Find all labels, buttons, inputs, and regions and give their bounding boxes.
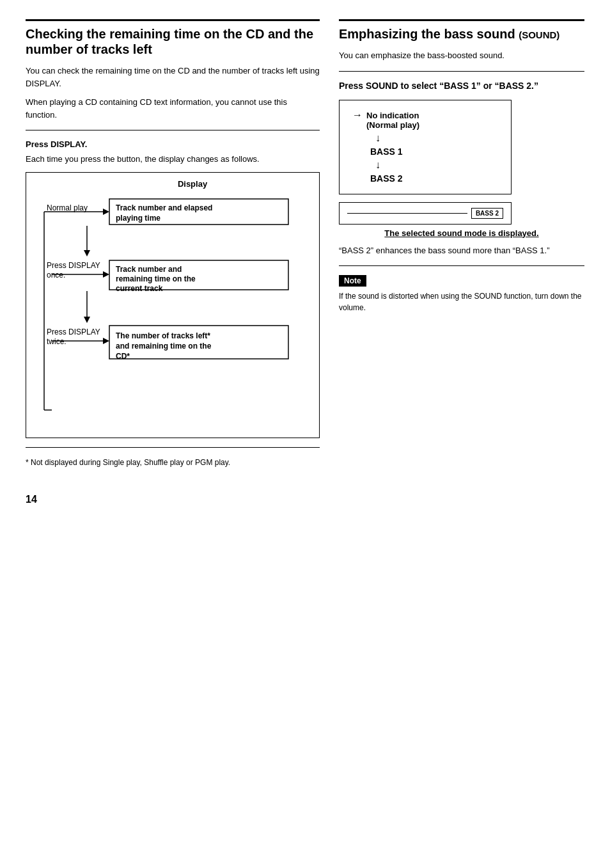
down-arrow-1-icon: ↓ <box>375 132 498 144</box>
svg-text:Press DISPLAY: Press DISPLAY <box>47 327 100 336</box>
right-divider-2 <box>339 265 584 266</box>
svg-text:remaining time on the: remaining time on the <box>116 274 196 283</box>
bass-row-noindication: → No indication (Normal play) <box>352 111 498 130</box>
display-col-header: Display <box>135 179 250 189</box>
svg-text:Press DISPLAY: Press DISPLAY <box>47 261 100 270</box>
svg-text:Track number and elapsed: Track number and elapsed <box>116 203 212 212</box>
note-label: Note <box>339 275 366 287</box>
note-text: If the sound is distorted when using the… <box>339 290 584 313</box>
footnote: * Not displayed during Single play, Shuf… <box>26 457 320 468</box>
svg-text:Track number and: Track number and <box>116 265 182 274</box>
svg-text:Normal play: Normal play <box>47 203 88 212</box>
two-column-layout: Checking the remaining time on the CD an… <box>26 19 584 849</box>
svg-text:twice.: twice. <box>47 337 66 346</box>
page-number: 14 <box>26 494 320 505</box>
bass-display-inner: BASS 2 <box>347 208 503 219</box>
svg-text:playing time: playing time <box>116 214 160 223</box>
bass-display-outer-box: BASS 2 <box>339 202 512 225</box>
svg-marker-14 <box>103 271 109 278</box>
left-column: Checking the remaining time on the CD an… <box>26 19 320 849</box>
press-display-desc: Each time you press the button, the disp… <box>26 153 320 166</box>
normal-play-label: (Normal play) <box>366 120 419 130</box>
svg-marker-4 <box>103 209 109 215</box>
right-column: Emphasizing the bass sound (SOUND) You c… <box>339 19 584 849</box>
right-divider-1 <box>339 71 584 72</box>
bass2-display-box: BASS 2 <box>471 208 503 219</box>
note-section: Note If the sound is distorted when usin… <box>339 275 584 313</box>
svg-marker-10 <box>84 250 90 256</box>
diagram-svg: Track number and elapsed playing time No… <box>33 193 301 429</box>
right-section-title: Emphasizing the bass sound (SOUND) <box>339 19 584 42</box>
svg-text:current track: current track <box>116 284 163 293</box>
selected-sound-label: The selected sound mode is displayed. <box>339 228 584 238</box>
page: Checking the remaining time on the CD an… <box>0 0 610 868</box>
bass2-label: BASS 2 <box>370 173 498 184</box>
display-diagram: Display Track num <box>26 172 320 438</box>
bass1-label: BASS 1 <box>370 146 498 157</box>
bass-display-area: BASS 2 <box>339 202 512 225</box>
arrow-right-icon: → <box>352 109 363 121</box>
divider-1 <box>26 130 320 130</box>
press-sound-label: Press SOUND to select “BASS 1” or “BASS … <box>339 81 584 91</box>
svg-text:CD*: CD* <box>116 352 130 361</box>
svg-text:The number of tracks left*: The number of tracks left* <box>116 331 210 340</box>
pointer-line <box>347 213 467 214</box>
divider-2 <box>26 447 320 448</box>
down-arrow-2-icon: ↓ <box>375 159 498 171</box>
bass2-desc: “BASS 2” enhances the bass sound more th… <box>339 244 584 257</box>
svg-text:once.: once. <box>47 271 65 280</box>
no-indication-label: No indication <box>366 111 419 120</box>
left-section-title: Checking the remaining time on the CD an… <box>26 19 320 57</box>
left-intro2: When playing a CD containing CD text inf… <box>26 96 320 121</box>
svg-text:and remaining time on the: and remaining time on the <box>116 342 212 351</box>
svg-marker-20 <box>84 317 90 323</box>
svg-marker-24 <box>103 338 109 344</box>
press-display-label: Press DISPLAY. <box>26 139 320 149</box>
bass-diagram: → No indication (Normal play) ↓ BASS 1 ↓… <box>339 100 512 194</box>
right-intro: You can emphasize the bass-boosted sound… <box>339 49 584 62</box>
left-intro1: You can check the remaining time on the … <box>26 65 320 90</box>
